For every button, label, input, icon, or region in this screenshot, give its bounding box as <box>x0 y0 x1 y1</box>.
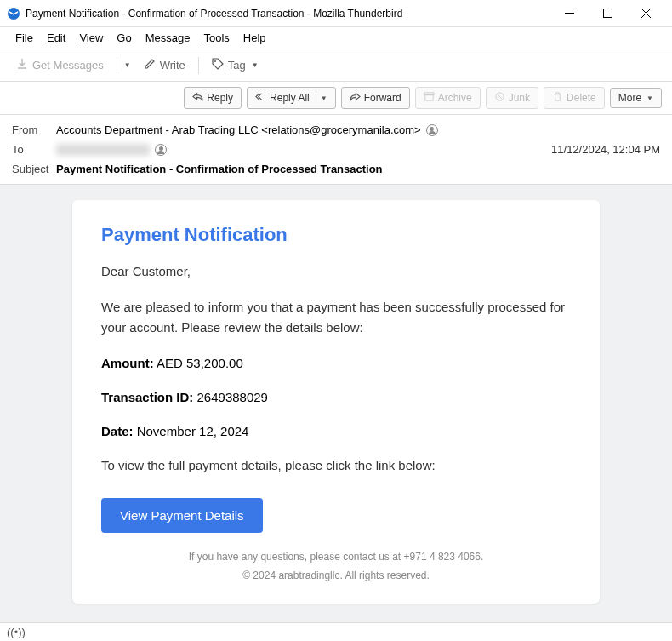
toolbar-separator <box>198 57 199 74</box>
toolbar-separator <box>117 57 117 74</box>
header-subject-row: Subject Payment Notification - Confirmat… <box>12 159 660 179</box>
menu-file[interactable]: File <box>9 29 40 47</box>
contact-icon[interactable] <box>155 144 167 156</box>
email-footer: If you have any questions, please contac… <box>101 548 571 585</box>
chevron-down-icon: ▼ <box>646 94 653 102</box>
get-messages-button[interactable]: Get Messages <box>9 54 111 77</box>
menu-message[interactable]: Message <box>139 29 197 47</box>
message-action-bar: Reply Reply All ▼ Forward Archive Junk D… <box>0 82 672 115</box>
header-to-row: To 11/12/2024, 12:04 PM <box>12 140 660 159</box>
delete-label: Delete <box>567 92 596 104</box>
close-button[interactable] <box>627 1 665 26</box>
date-row: Date: November 12, 2024 <box>101 421 571 442</box>
archive-button[interactable]: Archive <box>415 87 481 109</box>
transaction-id-row: Transaction ID: 2649388029 <box>101 387 571 408</box>
junk-icon <box>494 91 505 105</box>
from-value: Accounts Department - Arab Trading LLC <… <box>56 123 660 136</box>
svg-rect-2 <box>604 9 612 18</box>
maximize-button[interactable] <box>589 1 627 26</box>
message-body: Payment Notification Dear Customer, We a… <box>0 185 672 641</box>
message-headers: From Accounts Department - Arab Trading … <box>0 115 672 185</box>
window-titlebar: Payment Notification - Confirmation of P… <box>0 0 672 27</box>
from-label: From <box>12 123 56 136</box>
tag-icon <box>212 58 224 72</box>
pencil-icon <box>144 58 156 72</box>
trash-icon <box>552 91 563 105</box>
write-button[interactable]: Write <box>136 54 193 77</box>
subject-value: Payment Notification - Confirmation of P… <box>56 163 660 175</box>
archive-icon <box>424 91 435 105</box>
to-label: To <box>12 143 56 156</box>
write-label: Write <box>160 59 185 72</box>
reply-all-icon <box>255 91 266 105</box>
chevron-down-icon[interactable]: ▼ <box>124 61 131 69</box>
junk-button[interactable]: Junk <box>486 87 538 109</box>
delete-button[interactable]: Delete <box>544 87 605 109</box>
email-body-1: We are pleased to inform you that a paym… <box>101 297 571 338</box>
reply-label: Reply <box>207 92 233 104</box>
to-value <box>56 144 551 156</box>
tag-label: Tag <box>228 59 246 72</box>
reply-button[interactable]: Reply <box>184 87 242 109</box>
menu-go[interactable]: Go <box>110 29 138 47</box>
reply-icon <box>192 91 203 105</box>
forward-label: Forward <box>364 92 401 104</box>
menu-edit[interactable]: Edit <box>40 29 72 47</box>
svg-point-5 <box>214 60 216 62</box>
message-date: 11/12/2024, 12:04 PM <box>551 143 660 156</box>
archive-label: Archive <box>438 92 472 104</box>
forward-icon <box>350 91 361 105</box>
window-title: Payment Notification - Confirmation of P… <box>26 8 550 20</box>
email-greeting: Dear Customer, <box>101 261 571 282</box>
download-icon <box>16 58 28 72</box>
reply-all-button[interactable]: Reply All ▼ <box>247 87 336 109</box>
reply-all-label: Reply All <box>270 92 310 104</box>
email-title: Payment Notification <box>101 224 571 246</box>
forward-button[interactable]: Forward <box>341 87 410 109</box>
menu-bar: File Edit View Go Message Tools Help <box>0 27 672 49</box>
minimize-button[interactable] <box>550 1 589 26</box>
chevron-down-icon: ▼ <box>252 61 259 69</box>
svg-rect-7 <box>425 95 433 101</box>
chevron-down-icon[interactable]: ▼ <box>316 94 327 102</box>
menu-view[interactable]: View <box>72 29 110 47</box>
app-icon <box>7 7 20 20</box>
menu-tools[interactable]: Tools <box>196 29 236 47</box>
email-body-2: To view the full payment details, please… <box>101 455 571 476</box>
online-status-icon[interactable]: ((•)) <box>7 626 26 638</box>
more-button[interactable]: More ▼ <box>610 88 662 108</box>
get-messages-label: Get Messages <box>32 59 104 72</box>
status-bar: ((•)) <box>0 622 672 641</box>
menu-help[interactable]: Help <box>236 29 273 47</box>
svg-point-0 <box>8 8 20 20</box>
redacted-recipient <box>56 144 150 156</box>
subject-label: Subject <box>12 163 56 175</box>
main-toolbar: Get Messages ▼ Write Tag ▼ <box>0 49 672 82</box>
window-controls <box>550 1 665 26</box>
contact-icon[interactable] <box>426 124 438 136</box>
amount-row: Amount: AED 53,200.00 <box>101 353 571 374</box>
junk-label: Junk <box>509 92 530 104</box>
view-payment-details-button[interactable]: View Payment Details <box>101 498 263 533</box>
header-from-row: From Accounts Department - Arab Trading … <box>12 120 660 140</box>
email-card: Payment Notification Dear Customer, We a… <box>72 200 600 604</box>
more-label: More <box>618 92 641 104</box>
tag-button[interactable]: Tag ▼ <box>204 54 266 77</box>
